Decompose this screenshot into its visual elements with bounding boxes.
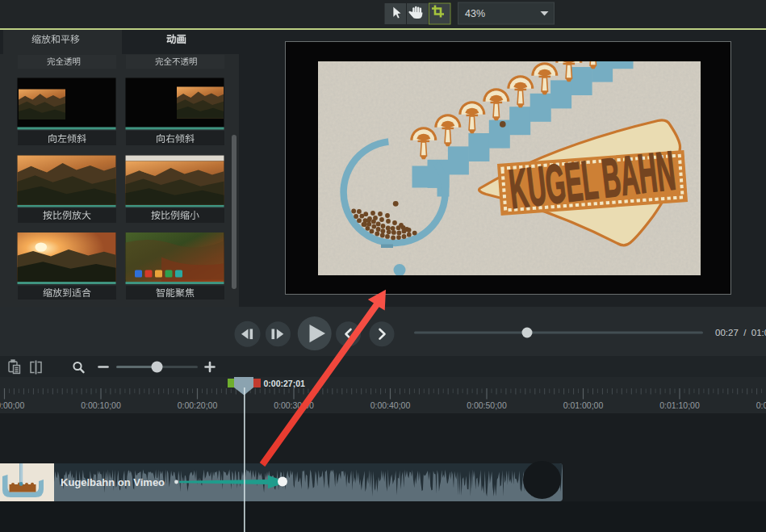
svg-text:00:27 / 01:05: 00:27 / 01:05 <box>715 328 766 337</box>
svg-text:43%: 43% <box>465 8 485 19</box>
